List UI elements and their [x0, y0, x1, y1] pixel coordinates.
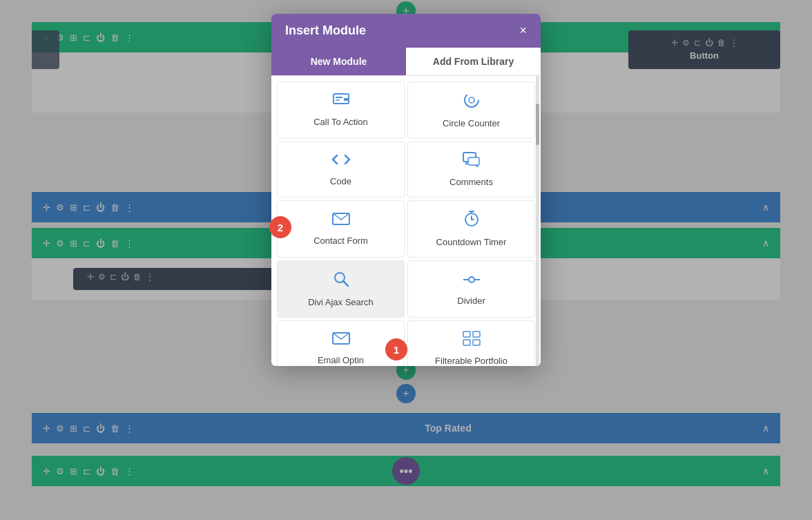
countdown-timer-icon — [463, 211, 480, 231]
comments-icon — [463, 152, 481, 171]
module-item-countdown-timer[interactable]: Countdown Timer — [407, 200, 535, 258]
svg-point-4 — [465, 93, 478, 107]
module-item-comments[interactable]: Comments — [407, 142, 535, 198]
divider-icon — [463, 272, 481, 290]
module-item-contact-form[interactable]: Contact Form — [277, 200, 405, 258]
email-optin-icon — [332, 331, 350, 349]
divider-label: Divider — [457, 296, 485, 306]
filterable-portfolio-label: Filterable Portfolio — [435, 356, 508, 366]
code-label: Code — [330, 176, 351, 186]
tab-new-module[interactable]: New Module — [271, 48, 406, 75]
badge-2: 2 — [269, 216, 291, 238]
svg-rect-3 — [344, 98, 348, 101]
contact-form-icon — [332, 212, 350, 230]
insert-module-modal: Insert Module × New Module Add From Libr… — [271, 14, 541, 366]
badge-1: 1 — [385, 338, 407, 360]
svg-point-17 — [469, 277, 474, 282]
divi-ajax-search-icon — [333, 271, 349, 291]
contact-form-label: Contact Form — [313, 235, 368, 246]
module-item-divider[interactable]: Divider — [407, 260, 535, 318]
modal-scroll-thumb — [536, 104, 539, 145]
call-to-action-label: Call To Action — [313, 117, 368, 127]
module-item-email-optin[interactable]: Email Optin — [277, 320, 405, 366]
svg-point-5 — [469, 97, 474, 103]
svg-rect-20 — [463, 331, 470, 337]
modal-header: Insert Module × — [271, 14, 541, 48]
circle-counter-icon — [463, 92, 480, 113]
code-icon — [331, 153, 351, 171]
module-item-call-to-action[interactable]: Call To Action — [277, 81, 405, 139]
divi-ajax-search-label: Divi Ajax Search — [308, 297, 374, 307]
tab-add-from-library[interactable]: Add From Library — [406, 48, 541, 75]
modal-title: Insert Module — [285, 23, 366, 38]
svg-rect-23 — [473, 340, 480, 345]
filterable-portfolio-icon — [463, 331, 481, 350]
countdown-timer-label: Countdown Timer — [436, 237, 507, 247]
module-grid: Call To Action Circle Counter — [271, 76, 541, 366]
call-to-action-icon — [333, 93, 349, 111]
module-item-code[interactable]: Code — [277, 142, 405, 198]
circle-counter-label: Circle Counter — [443, 118, 500, 128]
svg-rect-7 — [468, 157, 479, 165]
comments-label: Comments — [450, 177, 493, 187]
svg-line-15 — [343, 281, 348, 286]
module-item-filterable-portfolio[interactable]: Filterable Portfolio — [407, 320, 535, 366]
email-optin-label: Email Optin — [318, 355, 364, 365]
modal-scrollbar[interactable] — [536, 76, 539, 366]
modal-close-button[interactable]: × — [519, 23, 527, 38]
svg-rect-22 — [463, 340, 470, 345]
module-item-divi-ajax-search[interactable]: Divi Ajax Search — [277, 260, 405, 318]
module-item-circle-counter[interactable]: Circle Counter — [407, 81, 535, 139]
modal-tabs: New Module Add From Library — [271, 48, 541, 76]
svg-rect-21 — [473, 331, 480, 337]
